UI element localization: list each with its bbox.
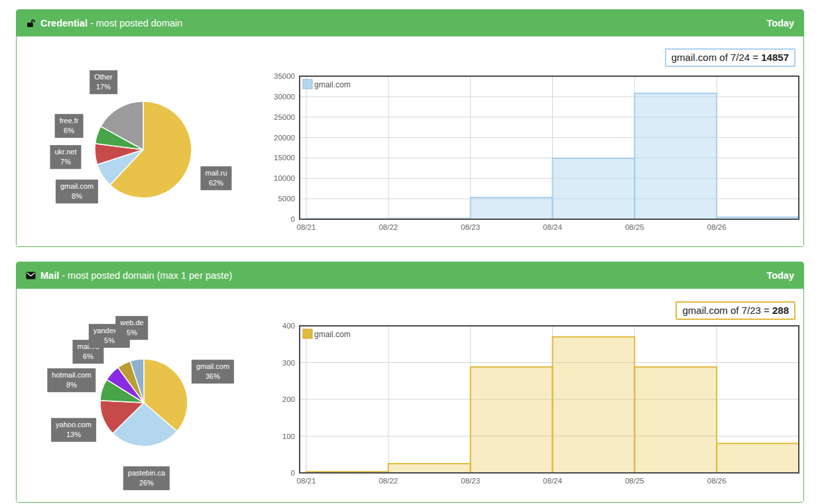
- mail-panel-body: gmail.com of 7/23 = 288 010020030040008/…: [17, 289, 803, 502]
- x-axis-tick: 08/24: [543, 223, 562, 231]
- y-axis-tick: 35000: [274, 72, 295, 80]
- x-axis-tick: 08/26: [707, 223, 727, 231]
- y-axis-tick: 0: [291, 469, 295, 477]
- y-axis-tick: 300: [282, 359, 295, 367]
- x-axis-tick: 08/22: [379, 223, 398, 231]
- legend-label: gmail.com: [314, 80, 351, 89]
- bar: [553, 158, 635, 219]
- bar: [553, 337, 635, 473]
- panel-subtitle: - most posted domain (max 1 per paste): [62, 270, 232, 281]
- legend-swatch: [303, 79, 312, 89]
- pie-label: gmail.com36%: [192, 360, 234, 383]
- credential-panel: Credential - most posted domain Today gm…: [16, 9, 804, 247]
- x-axis-tick: 08/25: [625, 477, 644, 485]
- panel-title: Credential: [40, 18, 88, 28]
- tooltip-text: gmail.com of 7/24 =: [672, 52, 758, 63]
- pie-label: pastebin.ca26%: [123, 466, 170, 490]
- tooltip-value: 288: [772, 305, 789, 316]
- x-axis-tick: 08/26: [707, 477, 727, 485]
- y-axis-tick: 200: [282, 395, 295, 403]
- y-axis-tick: 15000: [274, 154, 295, 162]
- today-button[interactable]: Today: [766, 270, 794, 281]
- mail-bar-chart[interactable]: 010020030040008/2108/2208/2308/2408/2508…: [272, 315, 803, 501]
- y-axis-tick: 0: [291, 215, 295, 223]
- tooltip-text: gmail.com of 7/23 =: [682, 305, 769, 316]
- bar: [471, 367, 553, 473]
- bar: [388, 464, 471, 473]
- legend-swatch: [303, 329, 312, 338]
- pie-label: gmail.com8%: [56, 179, 98, 203]
- bar: [634, 93, 717, 219]
- tooltip-value: 14857: [761, 52, 789, 63]
- x-axis-tick: 08/24: [543, 477, 562, 485]
- y-axis-tick: 400: [282, 322, 295, 330]
- mail-icon: [26, 272, 36, 279]
- y-axis-tick: 25000: [274, 113, 295, 121]
- x-axis-tick: 08/23: [461, 477, 480, 485]
- x-axis-tick: 08/21: [297, 223, 316, 231]
- credential-bar-chart[interactable]: 0500010000150002000025000300003500008/21…: [272, 63, 803, 247]
- pie-label: yahoo.com13%: [51, 418, 96, 442]
- bar: [634, 367, 717, 473]
- mail-panel-header: Mail - most posted domain (max 1 per pas…: [17, 262, 803, 289]
- credential-panel-header: Credential - most posted domain Today: [17, 10, 803, 36]
- y-axis-tick: 10000: [274, 174, 295, 182]
- unlock-icon: [26, 19, 36, 28]
- panel-title: Mail: [40, 270, 59, 281]
- pie-label: ukr.net7%: [50, 145, 81, 169]
- pie-label: Other17%: [89, 70, 117, 94]
- pie-label: hotmail.com8%: [47, 368, 95, 392]
- panel-subtitle: - most posted domain: [90, 18, 182, 28]
- legend-label: gmail.com: [314, 330, 351, 339]
- credential-panel-body: gmail.com of 7/24 = 14857 05000100001500…: [17, 36, 803, 246]
- x-axis-tick: 08/21: [297, 477, 316, 485]
- mail-value-tooltip: gmail.com of 7/23 = 288: [675, 301, 795, 320]
- y-axis-tick: 30000: [274, 93, 295, 101]
- y-axis-tick: 5000: [278, 195, 295, 203]
- credential-value-tooltip: gmail.com of 7/24 = 14857: [665, 48, 795, 67]
- dashboard: Credential - most posted domain Today gm…: [0, 9, 820, 503]
- pie-chart[interactable]: [99, 358, 189, 448]
- x-axis-tick: 08/23: [461, 223, 480, 231]
- y-axis-tick: 20000: [274, 134, 295, 142]
- pie-label: mail.ru62%: [200, 166, 231, 190]
- bar: [717, 444, 799, 473]
- y-axis-tick: 100: [282, 432, 295, 440]
- pie-chart[interactable]: [93, 100, 193, 199]
- pie-label: free.fr6%: [55, 114, 84, 138]
- today-button[interactable]: Today: [766, 18, 794, 28]
- x-axis-tick: 08/22: [379, 477, 398, 485]
- x-axis-tick: 08/25: [625, 223, 644, 231]
- bar: [471, 197, 553, 219]
- mail-panel: Mail - most posted domain (max 1 per pas…: [16, 262, 804, 503]
- pie-label: web.de5%: [115, 316, 148, 340]
